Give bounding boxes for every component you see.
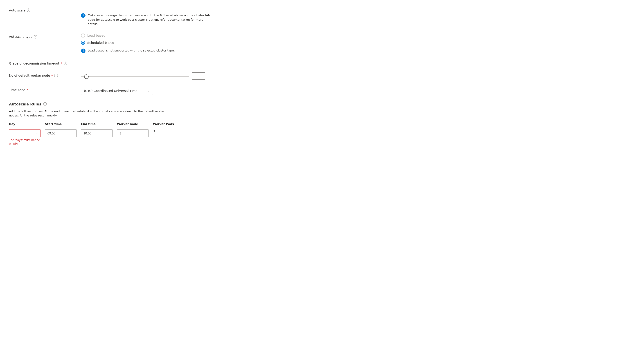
table-header-worker-pods: Worker Pods xyxy=(153,122,180,128)
table-header-worker-node: Worker node xyxy=(117,122,153,128)
autoscale-type-warning-text: Load based is not supported with the sel… xyxy=(88,48,175,53)
auto-scale-row: Auto scale i i Make sure to assign the o… xyxy=(9,7,216,26)
radio-circle-scheduled-based xyxy=(81,41,85,45)
radio-inner-scheduled-based xyxy=(82,42,84,44)
graceful-decommission-required-star: * xyxy=(61,62,62,65)
autoscale-type-control: Load based Scheduled based i Load based … xyxy=(81,34,216,53)
start-time-input[interactable] xyxy=(45,129,77,137)
graceful-decommission-row: Graceful decommission timeout * i xyxy=(9,60,216,65)
radio-circle-load-based xyxy=(81,34,85,38)
default-worker-node-control: 3 xyxy=(81,72,216,80)
time-zone-control: (UTC) Coordinated Universal Time ⌄ xyxy=(81,87,216,95)
autoscale-type-warning-box: i Load based is not supported with the s… xyxy=(81,48,212,53)
autoscale-rules-title: Autoscale Rules i xyxy=(9,102,216,106)
day-error-text: The 'days' must not be empty. xyxy=(9,138,42,146)
default-worker-node-row: No of default worker node * i 3 xyxy=(9,72,216,80)
auto-scale-info-box: i Make sure to assign the owner permissi… xyxy=(81,13,212,26)
info-circle-icon: i xyxy=(81,13,86,18)
toggle-thumb xyxy=(86,8,90,12)
end-time-cell xyxy=(81,129,117,137)
time-zone-row: Time zone * (UTC) Coordinated Universal … xyxy=(9,87,216,95)
default-worker-node-label-text: No of default worker node xyxy=(9,74,50,77)
worker-node-cell xyxy=(117,129,153,137)
graceful-decommission-control xyxy=(81,60,216,64)
autoscale-type-info-icon[interactable]: i xyxy=(34,35,37,38)
graceful-decommission-info-icon[interactable]: i xyxy=(64,62,67,65)
time-zone-required-star: * xyxy=(27,88,28,92)
slider-container: 3 xyxy=(81,72,216,80)
table-header-day: Day xyxy=(9,122,45,128)
worker-pods-value: 3 xyxy=(153,128,155,133)
time-zone-select[interactable]: (UTC) Coordinated Universal Time ⌄ xyxy=(81,87,153,95)
autoscale-type-label: Autoscale type i xyxy=(9,34,81,38)
autoscale-rules-info-icon[interactable]: i xyxy=(43,102,47,106)
autoscale-rules-description: Add the following rules. At the end of e… xyxy=(9,109,167,118)
radio-label-load-based: Load based xyxy=(87,34,105,37)
default-worker-node-info-icon[interactable]: i xyxy=(54,74,58,77)
time-zone-label: Time zone * xyxy=(9,87,81,92)
radio-option-load-based[interactable]: Load based xyxy=(81,34,216,38)
default-worker-node-required-star: * xyxy=(51,74,53,77)
autoscale-rules-table: Day Start time End time Worker node Work… xyxy=(9,122,189,146)
time-zone-selected-value: (UTC) Coordinated Universal Time xyxy=(84,89,137,93)
graceful-decommission-label: Graceful decommission timeout * i xyxy=(9,60,81,65)
slider-wrapper xyxy=(81,74,189,78)
time-zone-chevron-icon: ⌄ xyxy=(148,89,150,92)
start-time-cell xyxy=(45,129,81,137)
autoscale-rules-section: Autoscale Rules i Add the following rule… xyxy=(9,102,216,146)
graceful-toggle-thumb xyxy=(82,61,86,65)
table-header: Day Start time End time Worker node Work… xyxy=(9,122,189,128)
worker-node-input[interactable] xyxy=(117,129,149,137)
auto-scale-info-icon[interactable]: i xyxy=(27,8,30,12)
default-worker-node-label: No of default worker node * i xyxy=(9,72,81,77)
autoscale-type-radio-group: Load based Scheduled based xyxy=(81,34,216,45)
auto-scale-control: i Make sure to assign the owner permissi… xyxy=(81,7,216,26)
table-header-end-time: End time xyxy=(81,122,117,128)
worker-pods-cell: 3 xyxy=(153,129,180,133)
time-zone-label-text: Time zone xyxy=(9,88,25,92)
slider-value-box: 3 xyxy=(192,72,205,80)
day-select-dropdown[interactable]: ⌄ xyxy=(9,129,41,137)
autoscale-rules-title-text: Autoscale Rules xyxy=(9,102,42,106)
info-circle-warning-icon: i xyxy=(81,48,86,53)
table-header-start-time: Start time xyxy=(45,122,81,128)
worker-node-slider[interactable] xyxy=(81,76,189,77)
radio-option-scheduled-based[interactable]: Scheduled based xyxy=(81,41,216,45)
day-cell: ⌄ The 'days' must not be empty. xyxy=(9,129,45,146)
end-time-input[interactable] xyxy=(81,129,113,137)
graceful-decommission-label-text: Graceful decommission timeout xyxy=(9,62,59,65)
day-chevron-icon: ⌄ xyxy=(36,132,39,135)
auto-scale-label-text: Auto scale xyxy=(9,8,26,12)
autoscale-type-label-text: Autoscale type xyxy=(9,35,33,38)
auto-scale-info-text: Make sure to assign the owner permission… xyxy=(88,13,212,26)
table-row: ⌄ The 'days' must not be empty. 3 xyxy=(9,129,189,146)
autoscale-type-row: Autoscale type i Load based Scheduled ba… xyxy=(9,34,216,53)
radio-label-scheduled-based: Scheduled based xyxy=(87,41,114,44)
slider-value-text: 3 xyxy=(198,74,200,78)
auto-scale-label: Auto scale i xyxy=(9,7,81,12)
